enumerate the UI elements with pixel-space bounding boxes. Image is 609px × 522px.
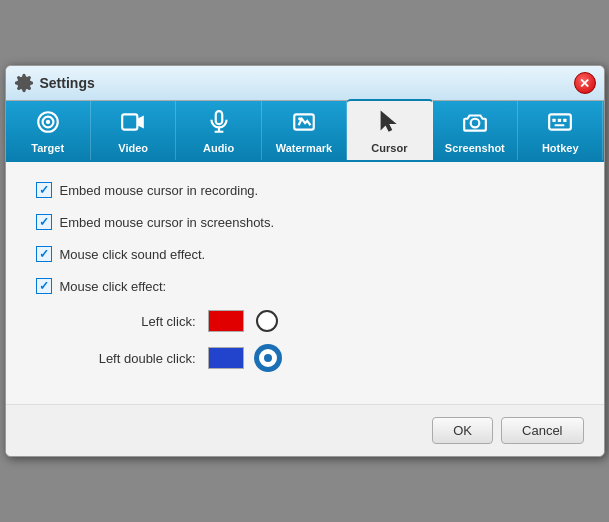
tab-cursor[interactable]: Cursor [347,99,432,160]
tab-target[interactable]: Target [6,101,91,160]
settings-icon [14,73,34,93]
checkbox-row-embed-recording: ✓ Embed mouse cursor in recording. [36,182,574,198]
check-mark: ✓ [39,183,49,197]
radio-inner [263,317,271,325]
click-sound-label: Mouse click sound effect. [60,247,206,262]
tab-hotkey-label: Hotkey [542,142,579,154]
ok-button[interactable]: OK [432,417,493,444]
screenshot-icon [462,109,488,139]
tab-target-label: Target [31,142,64,154]
svg-rect-5 [215,111,222,124]
checkbox-row-click-sound: ✓ Mouse click sound effect. [36,246,574,262]
checkbox-embed-screenshots[interactable]: ✓ [36,214,52,230]
title-bar: Settings ✕ [6,66,604,101]
color-section: Left click: Left double click: [96,310,574,370]
hotkey-icon [547,109,573,139]
tab-screenshot[interactable]: Screenshot [433,101,518,160]
tab-video-label: Video [118,142,148,154]
tab-video[interactable]: Video [91,101,176,160]
watermark-icon [291,109,317,139]
tab-screenshot-label: Screenshot [445,142,505,154]
tab-watermark[interactable]: Watermark [262,101,347,160]
title-bar-left: Settings [14,73,95,93]
audio-icon [206,109,232,139]
svg-rect-12 [553,119,556,122]
svg-point-10 [470,119,479,128]
tab-cursor-label: Cursor [371,142,407,154]
left-double-click-row: Left double click: [96,346,574,370]
title-text: Settings [40,75,95,91]
left-click-swatch[interactable] [208,310,244,332]
svg-rect-3 [122,114,137,129]
checkbox-row-embed-screenshots: ✓ Embed mouse cursor in screenshots. [36,214,574,230]
settings-window: Settings ✕ Target Video Audio [5,65,605,457]
video-icon [120,109,146,139]
tab-hotkey[interactable]: Hotkey [518,101,603,160]
svg-rect-15 [555,124,565,126]
check-mark: ✓ [39,279,49,293]
radio-double-inner [264,354,272,362]
check-mark: ✓ [39,215,49,229]
svg-rect-13 [558,119,561,122]
left-double-click-radio[interactable] [256,346,280,370]
embed-screenshots-label: Embed mouse cursor in screenshots. [60,215,275,230]
tab-watermark-label: Watermark [276,142,332,154]
left-click-label: Left click: [96,314,196,329]
left-click-row: Left click: [96,310,574,332]
tabs-bar: Target Video Audio Watermark [6,101,604,162]
cursor-icon [376,109,402,139]
checkbox-embed-recording[interactable]: ✓ [36,182,52,198]
target-icon [35,109,61,139]
embed-recording-label: Embed mouse cursor in recording. [60,183,259,198]
checkbox-click-sound[interactable]: ✓ [36,246,52,262]
footer: OK Cancel [6,404,604,456]
tab-audio[interactable]: Audio [176,101,261,160]
svg-point-2 [46,120,50,124]
close-button[interactable]: ✕ [574,72,596,94]
svg-rect-14 [563,119,566,122]
left-click-radio[interactable] [256,310,278,332]
click-effect-label: Mouse click effect: [60,279,167,294]
left-double-click-label: Left double click: [96,351,196,366]
content-area: ✓ Embed mouse cursor in recording. ✓ Emb… [6,162,604,404]
tab-audio-label: Audio [203,142,234,154]
svg-point-9 [298,117,301,120]
left-double-click-swatch[interactable] [208,347,244,369]
cancel-button[interactable]: Cancel [501,417,583,444]
check-mark: ✓ [39,247,49,261]
checkbox-row-click-effect: ✓ Mouse click effect: [36,278,574,294]
checkbox-click-effect[interactable]: ✓ [36,278,52,294]
